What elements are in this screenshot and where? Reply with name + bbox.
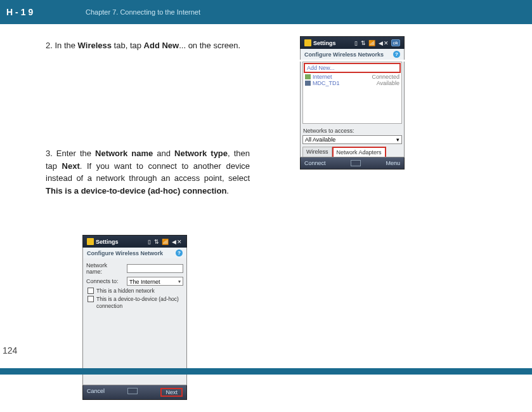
screenshot-configure-network: Settings ▯ ⇅ 📶 ◀✕ Configure Wireless Net…: [82, 235, 187, 400]
next-softkey[interactable]: Next: [160, 388, 183, 397]
window-footer: Cancel Next: [82, 385, 187, 400]
adapter-icon: [305, 81, 311, 86]
tab-bar: Wireless Network Adapters: [302, 147, 402, 157]
window-title: Settings: [96, 239, 146, 245]
network-row[interactable]: Internet Connected: [303, 74, 401, 80]
checkbox-hidden-network[interactable]: This is a hidden network: [88, 288, 183, 295]
ok-button[interactable]: ok: [391, 39, 400, 46]
menu-softkey[interactable]: Menu: [386, 160, 400, 166]
help-icon[interactable]: ?: [176, 249, 183, 256]
add-new-item[interactable]: Add New...: [304, 63, 401, 73]
window-body: Add New... Internet Connected MDC_TD1 Av…: [300, 62, 405, 157]
access-dropdown[interactable]: All Available▾: [302, 135, 402, 144]
checkbox-adhoc[interactable]: This is a device-to-device (ad-hoc) conn…: [88, 296, 183, 310]
window-footer: Connect Menu: [300, 157, 405, 169]
tray-icons: ▯ ⇅ 📶 ◀✕: [148, 239, 183, 245]
checkbox-icon: [88, 288, 94, 294]
window-titlebar: Settings ▯ ⇅ 📶 ◀✕ ok: [300, 36, 405, 49]
network-name-input[interactable]: [127, 264, 183, 273]
window-title: Settings: [313, 40, 353, 46]
field-network-name: Network name:: [86, 262, 183, 275]
keyboard-icon[interactable]: [127, 388, 138, 394]
sub-header: Configure Wireless Networks ?: [300, 49, 405, 60]
network-list: Add New... Internet Connected MDC_TD1 Av…: [302, 62, 402, 124]
chevron-down-icon: ▾: [396, 136, 399, 143]
help-icon[interactable]: ?: [393, 51, 400, 58]
sub-header: Configure Wireless Network ?: [82, 248, 187, 258]
step-number: 2.: [46, 41, 55, 50]
windows-icon: [87, 238, 94, 245]
tab-network-adapters[interactable]: Network Adapters: [332, 147, 386, 157]
step-2: 2. In the Wireless tab, tap Add New... o…: [46, 39, 298, 52]
windows-icon: [304, 39, 311, 46]
network-row[interactable]: MDC_TD1 Available: [303, 80, 401, 86]
tab-wireless[interactable]: Wireless: [302, 147, 332, 157]
brand-logo: H-19: [6, 7, 86, 17]
connects-to-dropdown[interactable]: The Internet: [127, 277, 183, 286]
tray-icons: ▯ ⇅ 📶 ◀✕: [354, 40, 389, 46]
step-3: 3. Enter the Network name and Network ty…: [46, 147, 250, 197]
signal-icon: [305, 74, 311, 79]
footer-bar: [0, 368, 532, 375]
form-body: Network name: Connects to: The Internet …: [82, 258, 187, 385]
page-number: 124: [3, 345, 17, 356]
window-titlebar: Settings ▯ ⇅ 📶 ◀✕: [82, 235, 187, 248]
screenshot-networks-list: Settings ▯ ⇅ 📶 ◀✕ ok Configure Wireless …: [300, 36, 405, 169]
cancel-softkey[interactable]: Cancel: [87, 388, 105, 397]
access-label: Networks to access:: [301, 126, 404, 135]
page-header: H-19 Chapter 7. Connecting to the Intern…: [0, 0, 532, 24]
chapter-title: Chapter 7. Connecting to the Internet: [86, 8, 200, 16]
keyboard-icon[interactable]: [351, 160, 361, 166]
page-content: 2. In the Wireless tab, tap Add New... o…: [0, 24, 532, 387]
checkbox-icon: [88, 296, 94, 302]
step-number: 3.: [46, 149, 56, 158]
field-connects-to: Connects to: The Internet: [86, 277, 183, 286]
connect-softkey[interactable]: Connect: [304, 160, 326, 166]
